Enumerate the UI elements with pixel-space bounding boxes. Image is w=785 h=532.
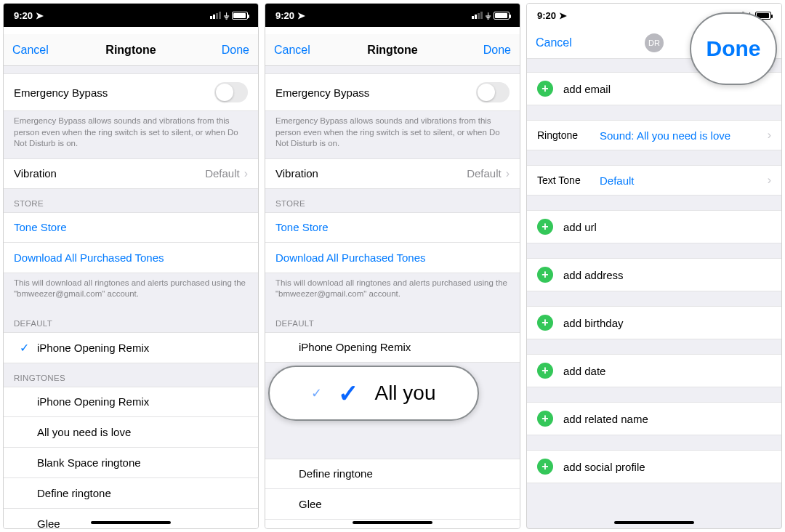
store-header: STORE (265, 189, 520, 212)
ringtone-list-a: iPhone Opening RemixAll you need is love… (4, 387, 258, 528)
chevron-right-icon: › (506, 167, 510, 180)
cancel-button[interactable]: Cancel (12, 44, 63, 57)
add-row[interactable]: +add date (527, 354, 781, 387)
text-tone-value: Default (600, 174, 763, 187)
ringtone-label: Blank Space ringtone (34, 456, 248, 469)
cancel-button[interactable]: Cancel (536, 36, 587, 49)
ringtone-row[interactable]: Glee (265, 489, 520, 520)
status-time: 9:20 (14, 10, 33, 21)
callout-done: Done (690, 12, 777, 85)
nav-bar: Cancel Ringtone Done (4, 34, 258, 66)
emergency-bypass-note: Emergency Bypass allows sounds and vibra… (265, 111, 520, 158)
ringtone-label: Glee (296, 498, 510, 510)
text-tone-field-label: Text Tone (537, 174, 600, 186)
emergency-bypass-row[interactable]: Emergency Bypass (265, 73, 520, 111)
download-note: This will download all ringtones and ale… (4, 273, 258, 309)
download-all-row[interactable]: Download All Purchased Tones (265, 243, 520, 273)
emergency-bypass-label: Emergency Bypass (275, 86, 476, 99)
location-icon: ➤ (36, 10, 44, 21)
status-bar: 9:20 ➤ ⏚ (265, 4, 520, 27)
status-time: 9:20 (275, 10, 294, 21)
vibration-row[interactable]: Vibration Default › (265, 158, 520, 189)
screen-contact-edit: 9:20 ➤ ⏚ Cancel DR Done + add email Ring… (526, 3, 782, 529)
nav-title: Ringtone (105, 44, 156, 57)
ringtone-label: iPhone Opening Remix (34, 395, 248, 408)
location-icon: ➤ (297, 10, 305, 21)
sheet-handle (4, 27, 258, 34)
tone-store-link[interactable]: Tone Store (275, 221, 329, 233)
battery-icon (494, 12, 510, 20)
tone-store-row[interactable]: Tone Store (4, 212, 258, 243)
emergency-bypass-toggle[interactable] (476, 82, 510, 102)
done-button[interactable]: Done (198, 44, 249, 57)
download-all-link[interactable]: Download All Purchased Tones (275, 251, 426, 264)
ringtone-label: Define ringtone (296, 467, 510, 480)
home-indicator (353, 521, 432, 524)
chevron-right-icon: › (244, 167, 248, 180)
default-tone-row[interactable]: ✓ iPhone Opening Remix (4, 332, 258, 363)
default-tone-row[interactable]: iPhone Opening Remix (265, 332, 520, 363)
callout-selected-tone: ✓ ✓ All you (268, 366, 479, 421)
emergency-bypass-note: Emergency Bypass allows sounds and vibra… (4, 111, 258, 158)
home-indicator (91, 521, 171, 524)
nav-bar: Cancel Ringtone Done (265, 34, 520, 66)
default-tone-label: iPhone Opening Remix (296, 341, 510, 353)
tone-store-link[interactable]: Tone Store (14, 221, 67, 233)
download-all-row[interactable]: Download All Purchased Tones (4, 243, 258, 273)
add-row-label: add birthday (563, 317, 624, 329)
add-row[interactable]: +add address (527, 258, 781, 291)
cancel-button[interactable]: Cancel (274, 44, 325, 57)
battery-icon (232, 12, 248, 20)
ringtone-row[interactable]: Glee (4, 509, 258, 528)
content: Emergency Bypass Emergency Bypass allows… (265, 66, 520, 528)
add-row-label: add url (563, 221, 597, 233)
ringtone-value: Sound: All you need is love (600, 129, 763, 142)
plus-icon: + (537, 363, 553, 379)
tone-store-row[interactable]: Tone Store (265, 212, 520, 243)
home-indicator (614, 521, 694, 524)
check-icon: ✓ (311, 385, 322, 401)
vibration-label: Vibration (14, 167, 205, 180)
default-header: DEFAULT (4, 309, 258, 332)
plus-icon: + (537, 411, 553, 427)
download-all-link[interactable]: Download All Purchased Tones (14, 251, 164, 264)
sheet-handle (265, 27, 520, 34)
ringtone-row[interactable]: Blank Space ringtone (4, 448, 258, 478)
location-icon: ➤ (559, 10, 567, 21)
ringtone-label: Define ringtone (34, 487, 248, 499)
ringtone-row[interactable]: Define ringtone (4, 478, 258, 509)
contact-avatar: DR (645, 33, 664, 52)
emergency-bypass-toggle[interactable] (214, 82, 248, 102)
add-row[interactable]: +add url (527, 210, 781, 243)
plus-icon: + (537, 219, 553, 235)
vibration-row[interactable]: Vibration Default › (4, 158, 258, 189)
callout-done-text: Done (706, 36, 761, 61)
callout-text: All you (374, 382, 435, 405)
default-header: DEFAULT (265, 309, 520, 332)
ringtone-row[interactable]: All you need is love (4, 417, 258, 448)
text-tone-row[interactable]: Text Tone Default › (527, 165, 781, 196)
add-row[interactable]: +add related name (527, 402, 781, 435)
add-row[interactable]: +add birthday (527, 306, 781, 339)
add-row[interactable]: +add social profile (527, 450, 781, 483)
download-note: This will download all ringtones and ale… (265, 273, 520, 309)
ringtone-list-b: Define ringtoneGleeApexBeacon (265, 459, 520, 528)
emergency-bypass-label: Emergency Bypass (14, 86, 214, 99)
status-time: 9:20 (537, 10, 556, 21)
done-button[interactable]: Done (460, 44, 511, 57)
ringtone-row[interactable]: Define ringtone (265, 459, 520, 489)
signal-icon (472, 12, 483, 19)
ringtones-header: RINGTONES (4, 363, 258, 387)
screen-ringtone-default: 9:20 ➤ ⏚ Cancel Ringtone Done Emergency … (3, 3, 259, 529)
ringtone-row[interactable]: iPhone Opening Remix (4, 387, 258, 417)
chevron-right-icon: › (768, 174, 771, 187)
check-icon: ✓ (338, 379, 358, 408)
add-email-label: add email (563, 83, 611, 95)
plus-icon: + (537, 459, 553, 475)
emergency-bypass-row[interactable]: Emergency Bypass (4, 73, 258, 111)
ringtone-row[interactable]: Ringtone Sound: All you need is love › (527, 120, 781, 150)
add-row-label: add date (563, 365, 605, 377)
content: + add email Ringtone Sound: All you need… (527, 59, 781, 528)
status-bar: 9:20 ➤ ⏚ (4, 4, 258, 27)
vibration-label: Vibration (275, 167, 467, 180)
